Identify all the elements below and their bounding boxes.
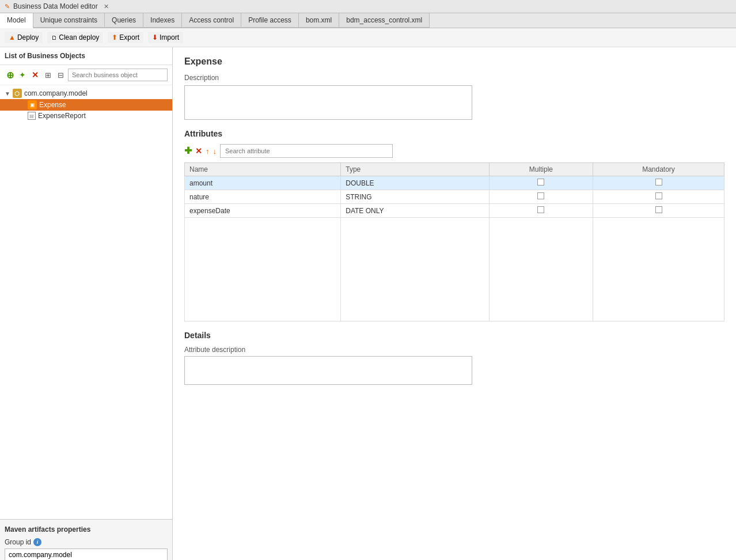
tab-unique-constraints[interactable]: Unique constraints (33, 13, 105, 28)
object-title: Expense (184, 56, 724, 67)
empty-cell-1 (185, 218, 341, 321)
group-id-input[interactable] (5, 548, 168, 560)
checkbox-multiple-expense-date[interactable] (537, 206, 544, 213)
expand-button[interactable]: ⊞ (43, 70, 53, 80)
details-section: Details Attribute description (184, 331, 724, 387)
attr-name-nature: nature (185, 190, 341, 204)
checkbox-mandatory-expense-date[interactable] (655, 206, 662, 213)
sidebar-toolbar: ⊕ ✦ ✕ ⊞ ⊟ (0, 65, 172, 85)
tab-access-control[interactable]: Access control (182, 13, 241, 28)
checkbox-multiple-amount[interactable] (537, 179, 544, 186)
tree-label-expense-report: ExpenseReport (38, 112, 86, 120)
group-id-info-icon: i (33, 538, 41, 546)
attr-multiple-amount[interactable] (489, 176, 593, 190)
clean-deploy-label: Clean deploy (59, 33, 99, 41)
deploy-label: Deploy (17, 33, 39, 41)
tree-item-expense[interactable]: ▣ Expense (0, 99, 172, 111)
col-mandatory-header: Mandatory (593, 163, 724, 176)
export-icon: ⬆ (112, 33, 117, 41)
tab-bar: Model Unique constraints Queries Indexes… (0, 13, 736, 28)
search-business-object-input[interactable] (68, 69, 168, 81)
attr-type-expense-date: DATE ONLY (341, 204, 489, 218)
table-row[interactable]: nature STRING (185, 190, 724, 204)
attr-name-amount: amount (185, 176, 341, 190)
attributes-table: Name Type Multiple Mandatory amount DOUB… (184, 162, 724, 321)
title-bar: ✎ Business Data Model editor ✕ (0, 0, 736, 13)
attr-description-textarea[interactable] (184, 356, 472, 385)
col-type-header: Type (341, 163, 489, 176)
editor-icon: ✎ (5, 3, 10, 10)
tab-model[interactable]: Model (0, 13, 33, 28)
deploy-button[interactable]: ▲ Deploy (5, 32, 43, 43)
export-label: Export (119, 33, 139, 41)
attr-multiple-expense-date[interactable] (489, 204, 593, 218)
checkbox-multiple-nature[interactable] (537, 192, 544, 199)
tree-package-row[interactable]: ▼ ⬡ com.company.model (0, 88, 172, 99)
import-icon: ⬇ (152, 33, 158, 41)
export-button[interactable]: ⬆ Export (108, 32, 143, 43)
add-object-button[interactable]: ✦ (17, 70, 28, 80)
checkbox-mandatory-amount[interactable] (655, 179, 662, 186)
attributes-toolbar: ✚ ✕ ↑ ↓ (184, 144, 724, 158)
title-bar-text: Business Data Model editor (13, 2, 98, 10)
attr-type-nature: STRING (341, 190, 489, 204)
maven-section: Maven artifacts properties Group id i (0, 519, 172, 560)
attr-multiple-nature[interactable] (489, 190, 593, 204)
attr-description-label: Attribute description (184, 346, 724, 354)
empty-cell-3 (489, 218, 593, 321)
col-multiple-header: Multiple (489, 163, 593, 176)
document-icon-expense-report: ▤ (28, 112, 36, 120)
tree-label-expense: Expense (39, 101, 66, 109)
import-label: Import (160, 33, 179, 41)
attr-mandatory-nature[interactable] (593, 190, 724, 204)
move-up-button[interactable]: ↑ (206, 147, 210, 155)
maven-title: Maven artifacts properties (5, 525, 168, 533)
add-package-button[interactable]: ⊕ (5, 70, 15, 80)
description-textarea[interactable] (184, 85, 472, 120)
collapse-button[interactable]: ⊟ (55, 70, 66, 80)
table-row[interactable]: amount DOUBLE (185, 176, 724, 190)
attributes-section: Attributes ✚ ✕ ↑ ↓ Name Type Multiple Ma… (184, 129, 724, 321)
sidebar-header: List of Business Objects (0, 47, 172, 65)
add-attribute-button[interactable]: ✚ (184, 146, 192, 156)
table-row[interactable]: expenseDate DATE ONLY (185, 204, 724, 218)
group-id-label-row: Group id i (5, 538, 168, 546)
close-button[interactable]: ✕ (104, 3, 109, 10)
checkbox-mandatory-nature[interactable] (655, 192, 662, 199)
delete-object-button[interactable]: ✕ (30, 70, 40, 80)
tab-bom-xml[interactable]: bom.xml (299, 13, 339, 28)
tab-profile-access[interactable]: Profile access (241, 13, 299, 28)
tab-bdm-access-xml[interactable]: bdm_access_control.xml (339, 13, 430, 28)
attr-name-expense-date: expenseDate (185, 204, 341, 218)
search-attribute-input[interactable] (220, 144, 393, 158)
clean-deploy-icon: 🗋 (51, 35, 57, 41)
description-label: Description (184, 74, 724, 82)
attributes-title: Attributes (184, 129, 724, 138)
sidebar: List of Business Objects ⊕ ✦ ✕ ⊞ ⊟ ▼ ⬡ c… (0, 47, 173, 560)
tab-indexes[interactable]: Indexes (143, 13, 182, 28)
group-id-label: Group id (5, 538, 31, 546)
attr-mandatory-expense-date[interactable] (593, 204, 724, 218)
package-icon: ⬡ (13, 89, 22, 98)
attr-type-amount: DOUBLE (341, 176, 489, 190)
deploy-icon: ▲ (9, 33, 16, 41)
clean-deploy-button[interactable]: 🗋 Clean deploy (47, 32, 103, 43)
details-title: Details (184, 331, 724, 340)
tree-area: ▼ ⬡ com.company.model ▣ Expense ▤ Expens… (0, 85, 172, 519)
tree-item-expense-report[interactable]: ▤ ExpenseReport (0, 111, 172, 121)
tab-queries[interactable]: Queries (105, 13, 143, 28)
empty-cell-2 (341, 218, 489, 321)
main-toolbar: ▲ Deploy 🗋 Clean deploy ⬆ Export ⬇ Impor… (0, 28, 736, 47)
content-area: Expense Description Attributes ✚ ✕ ↑ ↓ N… (173, 47, 736, 560)
import-button[interactable]: ⬇ Import (148, 32, 183, 43)
tree-expand-arrow[interactable]: ▼ (5, 90, 10, 97)
main-layout: List of Business Objects ⊕ ✦ ✕ ⊞ ⊟ ▼ ⬡ c… (0, 47, 736, 560)
attr-mandatory-amount[interactable] (593, 176, 724, 190)
move-down-button[interactable]: ↓ (213, 147, 217, 155)
package-label: com.company.model (24, 89, 88, 97)
empty-cell-4 (593, 218, 724, 321)
col-name-header: Name (185, 163, 341, 176)
table-empty-row (185, 218, 724, 321)
object-icon-expense: ▣ (28, 100, 37, 109)
delete-attribute-button[interactable]: ✕ (195, 147, 202, 155)
